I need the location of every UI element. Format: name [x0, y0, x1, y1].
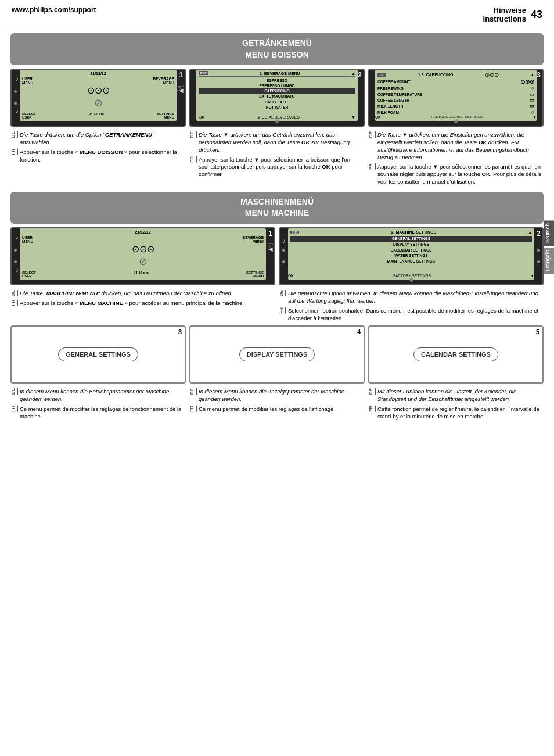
menu-row-top: USERMENU BEVERAGEMENU — [22, 77, 174, 85]
desc-s3-fr-text: Ce menu permet de modifier les réglages … — [20, 406, 186, 421]
desc-bev-1-fr: FR Appuyer sur la touche « MENU BOISSON … — [10, 149, 186, 164]
m2-btn-bot — [282, 260, 285, 263]
desc-s3-de: DE In diesem Menü können die Betriebspar… — [10, 388, 186, 403]
desc-machine-2-fr-text: Sélectionner l'option souhaitée. Dans ce… — [288, 307, 544, 323]
section2-title-fr: MENU MACHINE — [16, 207, 538, 219]
desc-settings-3: DE In diesem Menü können die Betriebspar… — [10, 388, 186, 420]
machine-screen-inner: 21/12/12 USERMENU BEVERAGEMENU ⊙⊙⊙ ⊘ SEL… — [20, 228, 266, 280]
m-hand-icon: ☞ — [262, 239, 274, 254]
box-number-3: 3 — [178, 328, 182, 335]
capp-header-row: ESC 1.3. CAPPUCCINO ⊙⊙⊙ ▲ — [377, 71, 534, 78]
screen-date: 21/12/12 — [22, 71, 174, 76]
fr-label-s3: FR — [10, 406, 18, 412]
machine-arrow-up: ▲ — [528, 230, 532, 234]
capp-milk-length-icon: ▭ — [530, 103, 534, 109]
de-label-3: DE — [368, 131, 376, 138]
machine-item-display: DISPLAY SETTINGS — [290, 242, 532, 248]
desc-machine-2: DE Die gewünschte Option anwählen. In di… — [279, 290, 544, 322]
settings-box-3: 3 GENERAL SETTINGS — [10, 325, 186, 384]
capp-setting-2: PREBREWING ○ — [377, 85, 534, 91]
capp-setting-4: COFFEE LENGTH ▭ — [377, 98, 534, 103]
machine-title: 2. MACHINE SETTINGS — [391, 230, 436, 234]
de-label-2: DE — [189, 131, 197, 138]
machine-item-water: WATER SETTINGS — [290, 253, 532, 259]
calendar-settings-label: CALENDAR SETTINGS — [413, 347, 498, 361]
desc-machine-1-de-text: Die Taste "MASCHINEN-MENÜ" drücken, um d… — [20, 290, 233, 298]
m-beverage-menu-label: BEVERAGEMENU — [243, 235, 264, 243]
bev-title: 1. BEVERAGE MENU — [260, 71, 300, 76]
dots-icon: ⊙⊙⊙ — [22, 86, 174, 95]
capp-prebrew-label: PREBREWING — [377, 87, 404, 91]
desc-bev-2-de: DE Die Taste ▼ drücken, um das Getränk a… — [189, 131, 365, 153]
machine-screen-bottom-row: SELECTUSER 04:17 pm SETTINGSMENU — [22, 271, 264, 278]
bev-item-lungo: ESPRESSO LUNGO — [199, 83, 355, 88]
fr-label-s5: FR — [368, 406, 376, 412]
machine-item-calendar: CALENDAR SETTINGS — [290, 248, 532, 253]
screen-time: 04:17 pm — [89, 112, 104, 119]
desc-machine-2-fr: FR Sélectionner l'option souhaitée. Dans… — [279, 307, 544, 323]
settings-menu-label: SETTINGSMENU — [157, 112, 174, 119]
bev-menu-screen: ESC 1. BEVERAGE MENU ▲ ESPRESSO ESPRESSO… — [196, 70, 358, 121]
header-url: www.philips.com/support — [12, 6, 96, 14]
desc-machine-2-de-text: Die gewünschte Option anwählen. In diese… — [288, 290, 544, 305]
capp-milk-foam-label: MILK FOAM — [377, 110, 399, 114]
fr-label-m1: FR — [10, 300, 18, 306]
section1-title-de: GETRÄNKEMENÜ — [16, 38, 538, 49]
desc-settings-4: DE In diesem Menü können die Anzeigepram… — [189, 388, 365, 420]
main-content: 1 ♪ ♪ 21/12/12 USERMENU BEVERAGEMENU ⊙⊙⊙… — [0, 69, 554, 186]
desc-s5-de: DE Mit dieser Funktion können die Uhrzei… — [368, 388, 544, 403]
main-content-2: 1 ♪ ♪ 21/12/12 USERMENU BEVERAGEMENU ⊙⊙⊙… — [0, 227, 554, 421]
header-title: Hinweise Instructions — [483, 6, 526, 23]
machine-settings-screen: ESC 2. MACHINE SETTINGS ▲ GENERAL SETTIN… — [288, 228, 534, 280]
capp-temp-icon: ▭ — [530, 92, 534, 97]
m-screen-time: 04:17 pm — [134, 271, 149, 278]
machine-menu-row-top: USERMENU BEVERAGEMENU — [22, 235, 264, 243]
lang-tab-francais[interactable]: Français — [544, 248, 554, 274]
desc-bev-2-fr: FR Appuyer sur la touche ▼ pour sélectio… — [189, 156, 365, 178]
desc-s3-de-text: In diesem Menü können die Betriebsparame… — [20, 388, 186, 403]
m-cancel-icon: ⊘ — [22, 255, 264, 268]
capp-dots-icon: ⊙⊙⊙ — [485, 71, 499, 78]
de-label-s3: DE — [10, 388, 18, 395]
desc-bev-2-fr-text: Appuyer sur la touche ▼ pour sélectionne… — [199, 156, 365, 178]
bev-screen-row: 1 ♪ ♪ 21/12/12 USERMENU BEVERAGEMENU ⊙⊙⊙… — [10, 69, 544, 127]
select-user-label: SELECTUSER — [22, 112, 36, 119]
desc-s3-fr: FR Ce menu permet de modifier les réglag… — [10, 406, 186, 421]
page-header: www.philips.com/support Hinweise Instruc… — [0, 0, 554, 27]
desc-s4-de: DE In diesem Menü können die Anzeigepram… — [189, 388, 365, 403]
m-left-btn-bot — [14, 260, 17, 263]
header-hinweise: Hinweise — [483, 6, 526, 15]
capp-amount-icon: ⊙⊙⊙ — [520, 78, 534, 85]
fr-label-m2: FR — [279, 307, 286, 314]
screen-inner-wrap: 21/12/12 USERMENU BEVERAGEMENU ⊙⊙⊙ ⊘ SEL… — [20, 70, 177, 126]
capp-length-label: COFFEE LENGTH — [377, 98, 409, 102]
note-icon-top: ♪ — [15, 74, 19, 83]
machine-speaker-icon: ◉ — [409, 276, 414, 282]
desc-bev-3-de: DE Die Taste ▼ drücken, um die Einstellu… — [368, 131, 544, 161]
panel-number-1: 1 — [179, 71, 183, 79]
machine-arrow-down: ▼ — [531, 274, 534, 278]
capp-screen: ESC 1.3. CAPPUCCINO ⊙⊙⊙ ▲ COFFEE AMOUNT … — [375, 70, 537, 121]
capp-ok: OK — [375, 115, 381, 119]
settings-box-3-col: 3 GENERAL SETTINGS — [10, 325, 186, 384]
machine-item-general: GENERAL SETTINGS — [290, 236, 532, 242]
bev-item-hotwater: HOT WATER — [199, 105, 355, 110]
m2-btn-top — [282, 249, 285, 252]
lang-tab-deutsch[interactable]: Deutsch — [544, 221, 554, 246]
settings-box-4-col: 4 DISPLAY SETTINGS — [189, 325, 365, 384]
desc-bev-1-de: DE Die Taste drücken, um die Option "GET… — [10, 131, 186, 146]
m2-right-btn-top — [537, 249, 540, 252]
hand-icon: ☞ — [173, 80, 185, 95]
desc-machine-1-fr: FR Appuyer sur la touche « MENU MACHINE … — [10, 300, 275, 307]
machine-title-row: ESC 2. MACHINE SETTINGS ▲ — [290, 230, 532, 235]
machine-esc: ESC — [290, 231, 299, 234]
machine-panel-number-1: 1 — [268, 230, 272, 238]
desc-row-machine: DE Die Taste "MASCHINEN-MENÜ" drücken, u… — [10, 290, 544, 322]
machine-screen-row: 1 ♪ ♪ 21/12/12 USERMENU BEVERAGEMENU ⊙⊙⊙… — [10, 227, 544, 285]
section1-title-fr: MENU BOISSON — [16, 49, 538, 61]
desc-bev-2-de-text: Die Taste ▼ drücken, um das Getränk anzu… — [199, 131, 365, 153]
bev-item-cappuccino: CAPPUCCINO — [199, 88, 355, 94]
bev-item-caffelatte: CAFFELATTE — [199, 99, 355, 105]
screen-bottom-row: SELECTUSER 04:17 pm SETTINGSMENU — [22, 112, 174, 119]
screen-panel-3: 3 ESC 1.3. CAPPUCCINO ⊙⊙⊙ ▲ COFFEE AMOUN… — [368, 69, 544, 127]
